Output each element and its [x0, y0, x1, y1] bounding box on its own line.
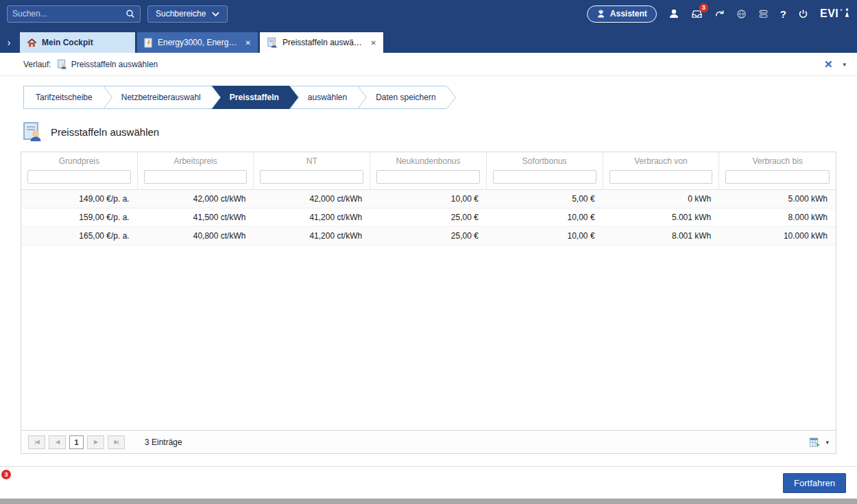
grid-body: 149,00 €/p. a. 42,000 ct/kWh 42,000 ct/k…: [21, 190, 836, 430]
grid-header: Grundpreis Arbeitspreis NT Neukundenbonu…: [21, 152, 836, 190]
notifications-icon[interactable]: 3: [691, 9, 703, 19]
main-content: Verlauf: Preisstaffeln auswählen ✕ ▾ Tar…: [0, 53, 857, 499]
export-icon[interactable]: [809, 437, 821, 448]
document-lightning-icon: [144, 38, 153, 48]
column-label[interactable]: Sofortbonus: [493, 156, 596, 166]
search-areas-label: Suchbereiche: [156, 9, 206, 19]
chevron-down-icon[interactable]: ▾: [843, 61, 846, 68]
table-cell: 42,000 ct/kWh: [138, 194, 254, 204]
column-label[interactable]: Verbrauch von: [609, 156, 713, 166]
action-footer: Fortfahren: [0, 466, 857, 499]
export-options-chevron-icon[interactable]: ▾: [825, 439, 829, 446]
column-label[interactable]: Verbrauch bis: [725, 156, 830, 166]
globe-icon[interactable]: [736, 9, 747, 19]
column-label[interactable]: Grundpreis: [27, 156, 131, 166]
step-netzbetreiberauswahl[interactable]: Netzbetreiberauswahl: [103, 86, 211, 109]
tab-label: Mein Cockpit: [42, 38, 128, 47]
table-cell: 41,200 ct/kWh: [254, 231, 370, 241]
table-cell: 10,00 €: [370, 194, 487, 204]
tab-preisstaffeln[interactable]: Preisstaffeln auswähl... ✕: [260, 32, 383, 53]
person-document-icon: [57, 59, 67, 69]
history-bar: Verlauf: Preisstaffeln auswählen ✕ ▾: [0, 53, 857, 76]
user-icon[interactable]: [668, 8, 679, 19]
notification-badge-bottom-left: 3: [1, 470, 11, 479]
history-item[interactable]: Preisstaffeln auswählen: [57, 59, 158, 69]
title-row: Preisstaffeln auswählen: [22, 121, 857, 142]
table-cell: 8.001 kWh: [603, 231, 720, 241]
topbar: Suchbereiche Assistent 3 ?: [0, 0, 857, 27]
page-title: Preisstaffeln auswählen: [51, 126, 159, 138]
column-header-nt: NT: [254, 152, 370, 189]
close-icon[interactable]: ✕: [371, 39, 376, 47]
table-cell: 25,00 €: [370, 213, 487, 222]
table-cell: 25,00 €: [370, 231, 487, 241]
next-page-button[interactable]: ▶: [87, 435, 104, 449]
filter-input-grundpreis[interactable]: [27, 170, 131, 184]
notification-count-badge: 3: [699, 3, 708, 12]
table-row[interactable]: 149,00 €/p. a. 42,000 ct/kWh 42,000 ct/k…: [21, 190, 836, 208]
help-icon[interactable]: ?: [780, 8, 786, 20]
sidebar-expand-icon[interactable]: ›: [0, 32, 18, 53]
table-cell: 165,00 €/p. a.: [21, 231, 138, 241]
prev-page-button[interactable]: ◀: [49, 435, 66, 449]
table-cell: 41,500 ct/kWh: [138, 213, 254, 222]
column-label[interactable]: Neukundenbonus: [376, 156, 480, 166]
column-label[interactable]: NT: [260, 156, 363, 166]
brand-mark: °: [840, 8, 843, 14]
table-row[interactable]: 159,00 €/p. a. 41,500 ct/kWh 41,200 ct/k…: [21, 208, 836, 227]
topbar-actions: Assistent 3 ? EVI°: [587, 5, 850, 23]
current-page-button[interactable]: 1: [69, 435, 84, 449]
chevron-down-icon: [212, 12, 219, 16]
column-label[interactable]: Arbeitspreis: [144, 156, 248, 166]
step-tarifzeitscheibe[interactable]: Tarifzeitscheibe: [23, 86, 103, 109]
table-cell: 5,00 €: [487, 194, 603, 204]
filter-input-nt[interactable]: [260, 170, 363, 184]
history-label: Verlauf:: [23, 60, 51, 69]
step-auswaehlen[interactable]: auswählen: [289, 86, 357, 109]
table-row[interactable]: 165,00 €/p. a. 40,800 ct/kWh 41,200 ct/k…: [21, 227, 836, 245]
redo-arrow-icon[interactable]: [714, 9, 725, 19]
brand-text: EVI: [820, 8, 838, 20]
column-header-neukundenbonus: Neukundenbonus: [370, 152, 487, 189]
table-cell: 10,00 €: [487, 213, 603, 222]
first-page-button[interactable]: |◀: [28, 435, 45, 449]
step-daten-speichern[interactable]: Daten speichern: [357, 86, 446, 109]
tab-mein-cockpit[interactable]: Mein Cockpit: [20, 32, 135, 53]
filter-input-arbeitspreis[interactable]: [144, 170, 248, 184]
step-label: Netzbetreiberauswahl: [121, 93, 201, 102]
filter-input-sofortbonus[interactable]: [493, 170, 596, 184]
table-cell: 40,800 ct/kWh: [138, 231, 254, 241]
tab-label: Preisstaffeln auswähl...: [282, 38, 365, 47]
tab-energy3000[interactable]: Energy3000, Energy3... ✕: [137, 32, 258, 53]
assistant-button[interactable]: Assistent: [587, 5, 657, 23]
wizard-breadcrumb: Tarifzeitscheibe Netzbetreiberauswahl Pr…: [23, 86, 857, 109]
search-areas-button[interactable]: Suchbereiche: [147, 5, 228, 23]
data-grid: Grundpreis Arbeitspreis NT Neukundenbonu…: [21, 152, 836, 454]
database-icon[interactable]: [758, 9, 769, 19]
last-page-button[interactable]: ▶|: [108, 435, 125, 449]
brand-figure-icon: [844, 8, 850, 18]
filter-input-neukundenbonus[interactable]: [376, 170, 480, 184]
step-preisstaffeln[interactable]: Preisstaffeln: [211, 86, 289, 109]
grid-footer-actions: ▾: [809, 437, 829, 448]
window-bottom-strip: [0, 499, 857, 504]
search-input[interactable]: [12, 9, 125, 19]
close-view-icon[interactable]: ✕: [824, 58, 833, 71]
table-cell: 42,000 ct/kWh: [254, 194, 370, 204]
table-cell: 8.000 kWh: [719, 213, 836, 222]
view-actions: ✕ ▾: [824, 58, 846, 71]
close-icon[interactable]: ✕: [245, 39, 251, 47]
filter-input-verbrauch-von[interactable]: [609, 170, 713, 184]
power-icon[interactable]: [798, 9, 808, 19]
global-search[interactable]: [7, 5, 141, 23]
continue-button[interactable]: Fortfahren: [783, 473, 846, 493]
table-cell: 149,00 €/p. a.: [21, 194, 138, 204]
step-label: Daten speichern: [376, 93, 435, 102]
table-cell: 159,00 €/p. a.: [21, 213, 138, 222]
table-cell: 5.001 kWh: [603, 213, 720, 222]
search-icon[interactable]: [125, 9, 135, 19]
filter-input-verbrauch-bis[interactable]: [725, 170, 830, 184]
grid-pagination: |◀ ◀ 1 ▶ ▶| 3 Einträge ▾: [21, 430, 836, 453]
brand-logo: EVI°: [820, 8, 850, 20]
step-label: Preisstaffeln: [230, 93, 279, 102]
